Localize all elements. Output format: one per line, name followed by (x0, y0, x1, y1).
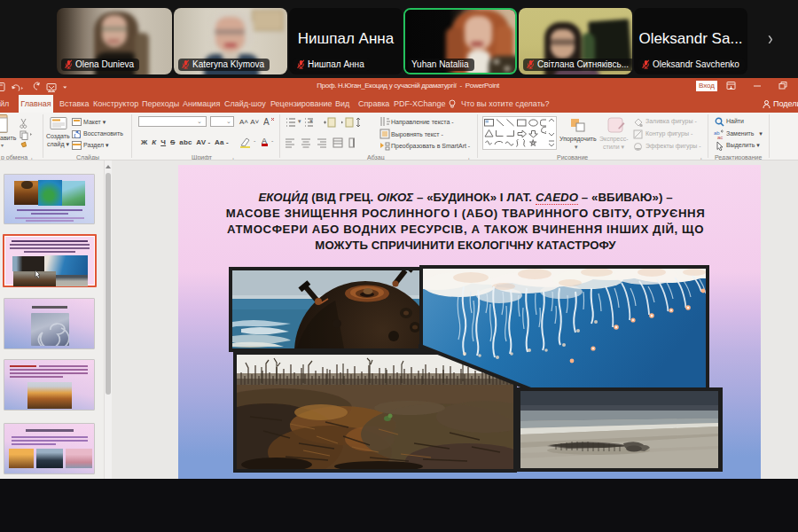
svg-text:А: А (263, 117, 270, 127)
svg-text:ac: ac (717, 135, 723, 139)
